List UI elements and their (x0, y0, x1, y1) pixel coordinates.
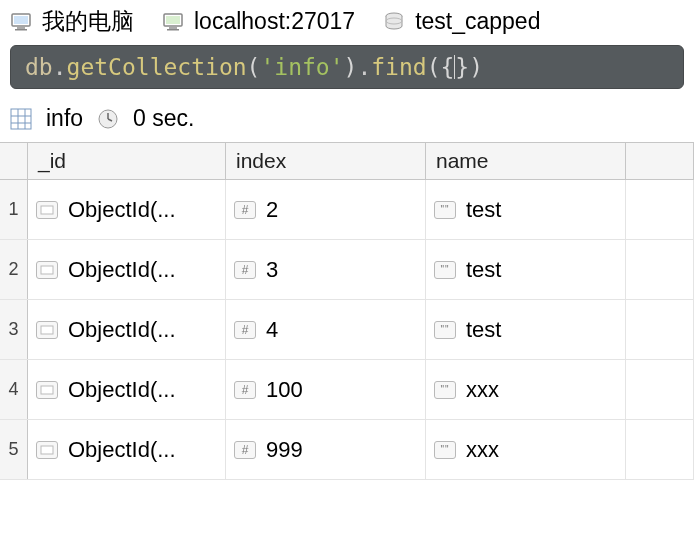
table-row[interactable]: 1ObjectId(...#2""test (0, 180, 694, 240)
cell-id[interactable]: ObjectId(... (28, 420, 226, 479)
cell-index[interactable]: #999 (226, 420, 426, 479)
breadcrumb-host-label: localhost:27017 (194, 8, 355, 35)
grid-icon (10, 108, 32, 130)
cell-index-value: 3 (266, 257, 278, 283)
number-type-icon: # (234, 381, 256, 399)
object-type-icon (36, 441, 58, 459)
cell-id[interactable]: ObjectId(... (28, 360, 226, 419)
query-method: getCollection (67, 54, 247, 80)
table-row[interactable]: 5ObjectId(...#999""xxx (0, 420, 694, 480)
svg-rect-10 (11, 109, 31, 129)
breadcrumb-database-label: test_capped (415, 8, 540, 35)
number-type-icon: # (234, 201, 256, 219)
cell-index-value: 100 (266, 377, 303, 403)
computer-icon (10, 11, 32, 33)
cell-name-value: test (466, 197, 501, 223)
collection-name: info (46, 105, 83, 132)
cell-rest (626, 180, 694, 239)
table-row[interactable]: 2ObjectId(...#3""test (0, 240, 694, 300)
row-number: 5 (0, 420, 28, 479)
header-id[interactable]: _id (28, 143, 226, 180)
cell-name-value: test (466, 317, 501, 343)
number-type-icon: # (234, 321, 256, 339)
table-row[interactable]: 4ObjectId(...#100""xxx (0, 360, 694, 420)
cell-name-value: xxx (466, 437, 499, 463)
row-number: 3 (0, 300, 28, 359)
breadcrumb-computer-label: 我的电脑 (42, 6, 134, 37)
cell-rest (626, 360, 694, 419)
query-db: db (25, 54, 53, 80)
cell-rest (626, 420, 694, 479)
svg-rect-6 (169, 27, 177, 29)
query-arg: 'info' (260, 54, 343, 80)
cell-name-value: test (466, 257, 501, 283)
cell-index-value: 999 (266, 437, 303, 463)
string-type-icon: "" (434, 201, 456, 219)
string-type-icon: "" (434, 321, 456, 339)
header-gutter (0, 143, 28, 180)
header-index[interactable]: index (226, 143, 426, 180)
table-row[interactable]: 3ObjectId(...#4""test (0, 300, 694, 360)
object-type-icon (36, 381, 58, 399)
string-type-icon: "" (434, 261, 456, 279)
object-type-icon (36, 261, 58, 279)
number-type-icon: # (234, 441, 256, 459)
cell-name[interactable]: ""xxx (426, 420, 626, 479)
string-type-icon: "" (434, 381, 456, 399)
row-number: 2 (0, 240, 28, 299)
svg-rect-20 (41, 326, 53, 334)
cell-name[interactable]: ""xxx (426, 360, 626, 419)
breadcrumb-host[interactable]: localhost:27017 (162, 8, 355, 35)
cell-index[interactable]: #3 (226, 240, 426, 299)
svg-rect-1 (14, 16, 28, 24)
cell-name[interactable]: ""test (426, 240, 626, 299)
cell-index-value: 4 (266, 317, 278, 343)
row-number: 4 (0, 360, 28, 419)
query-time: 0 sec. (133, 105, 194, 132)
table-header: _id index name (0, 143, 694, 180)
cell-index[interactable]: #2 (226, 180, 426, 239)
clock-icon (97, 108, 119, 130)
cell-id-value: ObjectId(... (68, 197, 176, 223)
query-method2: find (371, 54, 426, 80)
svg-rect-7 (167, 29, 179, 31)
host-icon (162, 11, 184, 33)
object-type-icon (36, 201, 58, 219)
header-name[interactable]: name (426, 143, 626, 180)
cell-name[interactable]: ""test (426, 300, 626, 359)
breadcrumb: 我的电脑 localhost:27017 test_capped (0, 0, 694, 43)
header-rest (626, 143, 694, 180)
cell-index-value: 2 (266, 197, 278, 223)
cell-name[interactable]: ""test (426, 180, 626, 239)
database-icon (383, 11, 405, 33)
svg-rect-18 (41, 206, 53, 214)
breadcrumb-computer[interactable]: 我的电脑 (10, 6, 134, 37)
number-type-icon: # (234, 261, 256, 279)
cell-id-value: ObjectId(... (68, 257, 176, 283)
svg-rect-19 (41, 266, 53, 274)
svg-rect-22 (41, 446, 53, 454)
cell-index[interactable]: #100 (226, 360, 426, 419)
string-type-icon: "" (434, 441, 456, 459)
svg-rect-21 (41, 386, 53, 394)
cell-name-value: xxx (466, 377, 499, 403)
row-number: 1 (0, 180, 28, 239)
breadcrumb-database[interactable]: test_capped (383, 8, 540, 35)
cell-id-value: ObjectId(... (68, 317, 176, 343)
cell-index[interactable]: #4 (226, 300, 426, 359)
query-input[interactable]: db . getCollection ( 'info' ) . find ( {… (10, 45, 684, 89)
cell-rest (626, 300, 694, 359)
svg-rect-5 (166, 16, 180, 24)
cell-id[interactable]: ObjectId(... (28, 300, 226, 359)
svg-rect-3 (15, 29, 27, 31)
cell-rest (626, 240, 694, 299)
cell-id[interactable]: ObjectId(... (28, 180, 226, 239)
svg-rect-2 (17, 27, 25, 29)
result-info-bar: info 0 sec. (0, 97, 694, 142)
cell-id-value: ObjectId(... (68, 377, 176, 403)
object-type-icon (36, 321, 58, 339)
cell-id-value: ObjectId(... (68, 437, 176, 463)
result-table: _id index name 1ObjectId(...#2""test2Obj… (0, 142, 694, 480)
cell-id[interactable]: ObjectId(... (28, 240, 226, 299)
